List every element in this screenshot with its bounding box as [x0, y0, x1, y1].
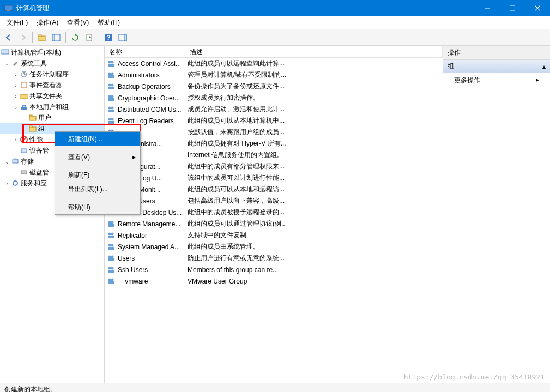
row-name: Backup Operators	[118, 83, 171, 91]
expand-icon[interactable]: ›	[3, 180, 11, 186]
collapse-icon[interactable]: ⌄	[12, 104, 20, 110]
tree-event-viewer[interactable]: ›事件查看器	[0, 80, 104, 91]
menu-view[interactable]: 查看(V)	[63, 17, 93, 28]
svg-point-86	[108, 255, 111, 258]
list-row[interactable]: Replicator支持域中的文件复制	[105, 230, 443, 241]
list-row[interactable]: Access Control Assi...此组的成员可以远程查询此计算...	[105, 58, 443, 69]
disk-icon	[20, 168, 28, 177]
menu-file[interactable]: 文件(F)	[2, 17, 32, 28]
list-body[interactable]: Access Control Assi...此组的成员可以远程查询此计算...A…	[105, 58, 443, 383]
menu-view[interactable]: 查看(V)▸	[55, 150, 140, 164]
list-row[interactable]: Remote Manageme...此组的成员可以通过管理协议(例...	[105, 218, 443, 230]
row-desc: 此组的成员可以从本地和远程访...	[185, 185, 443, 194]
row-desc: Members of this group can re...	[185, 266, 443, 274]
forward-button[interactable]	[16, 31, 29, 44]
list-row[interactable]: mance Monit...此组的成员可以从本地和远程访...	[105, 184, 443, 195]
svg-point-78	[111, 221, 114, 224]
svg-rect-79	[108, 224, 114, 227]
list-row[interactable]: Power Users包括高级用户以向下兼容，高级...	[105, 195, 443, 207]
svg-rect-7	[39, 35, 41, 37]
svg-point-38	[108, 72, 111, 75]
col-name[interactable]: 名称	[105, 46, 185, 57]
menu-help[interactable]: 帮助(H)	[55, 200, 140, 214]
window-title: 计算机管理	[16, 4, 475, 13]
svg-point-47	[108, 106, 111, 109]
row-name: Event Log Readers	[118, 117, 174, 125]
expand-icon[interactable]: ›	[12, 137, 20, 143]
list-row[interactable]: System Managed A...此组的成员由系统管理。	[105, 241, 443, 252]
list-row[interactable]: -V Administra...此组的成员拥有对 Hyper-V 所有...	[105, 138, 443, 149]
col-desc[interactable]: 描述	[185, 46, 443, 57]
menu-export-list[interactable]: 导出列表(L)...	[55, 182, 140, 196]
svg-point-22	[24, 105, 26, 107]
list-row[interactable]: Distributed COM Us...成员允许启动、激活和使用此计...	[105, 104, 443, 115]
svg-rect-19	[21, 82, 27, 88]
actions-group-header[interactable]: 组 ▴	[443, 60, 550, 73]
svg-point-48	[111, 106, 114, 109]
group-icon	[107, 59, 116, 68]
row-desc: 防止用户进行有意或无意的系统...	[185, 254, 443, 263]
menu-refresh[interactable]: 刷新(F)	[55, 168, 140, 182]
menu-help[interactable]: 帮助(H)	[93, 17, 124, 28]
expand-icon[interactable]: ›	[12, 71, 20, 77]
up-button[interactable]	[35, 31, 49, 44]
tree-system-tools[interactable]: ⌄系统工具	[0, 58, 104, 69]
list-row[interactable]: Event Log Readers此组的成员可以从本地计算机中...	[105, 115, 443, 126]
row-desc: 此组中的成员被授予远程登录的...	[185, 208, 443, 217]
list-row[interactable]: 按默认值，来宾跟用户组的成员...	[105, 126, 443, 138]
context-menu: 新建组(N)... 查看(V)▸ 刷新(F) 导出列表(L)... 帮助(H)	[55, 131, 141, 215]
list-row[interactable]: SRSInternet 信息服务使用的内置组。	[105, 149, 443, 161]
menu-action[interactable]: 操作(A)	[32, 17, 63, 28]
services-icon	[11, 179, 20, 188]
close-button[interactable]	[525, 0, 550, 16]
svg-rect-27	[29, 126, 32, 128]
list-row[interactable]: Backup Operators备份操作员为了备份或还原文件...	[105, 81, 443, 92]
row-name: Cryptographic Oper...	[118, 94, 180, 102]
help-button[interactable]: ?	[102, 31, 115, 44]
row-name: Distributed COM Us...	[118, 106, 182, 113]
collapse-icon[interactable]: ⌄	[3, 61, 11, 67]
tree-users[interactable]: 用户	[0, 112, 104, 123]
refresh-button[interactable]	[69, 31, 82, 44]
svg-point-21	[22, 105, 24, 107]
actions-more[interactable]: 更多操作 ▸	[443, 73, 550, 88]
list-row[interactable]: Administrators管理员对计算机/域有不受限制的...	[105, 69, 443, 81]
show-hide-tree-button[interactable]	[50, 31, 63, 44]
tree-task-scheduler[interactable]: ›任务计划程序	[0, 69, 104, 80]
group-icon	[107, 277, 116, 286]
svg-rect-14	[124, 34, 126, 41]
back-button[interactable]	[2, 31, 15, 44]
tree-shared-folders[interactable]: ›共享文件夹	[0, 91, 104, 101]
list-row[interactable]: Users防止用户进行有意或无意的系统...	[105, 252, 443, 264]
svg-point-89	[108, 267, 111, 269]
collapse-icon[interactable]: ⌄	[3, 159, 11, 165]
row-desc: 备份操作员为了备份或还原文件...	[185, 82, 443, 91]
row-desc: 此组的成员可以从本地计算机中...	[185, 116, 443, 125]
tree-root[interactable]: 计算机管理(本地)	[0, 47, 104, 58]
maximize-button[interactable]	[500, 0, 525, 16]
storage-icon	[11, 157, 20, 166]
minimize-button[interactable]	[475, 0, 500, 16]
folder-icon	[28, 113, 37, 122]
group-icon	[107, 82, 116, 91]
expand-icon[interactable]: ›	[12, 82, 20, 88]
list-row[interactable]: __vmware__VMware User Group	[105, 275, 443, 287]
list-row[interactable]: Cryptographic Oper...授权成员执行加密操作。	[105, 92, 443, 104]
shared-folder-icon	[20, 92, 28, 100]
list-row[interactable]: Remote Desktop Us...此组中的成员被授予远程登录的...	[105, 207, 443, 218]
export-button[interactable]	[83, 31, 96, 44]
svg-rect-3	[510, 5, 515, 11]
expand-icon[interactable]: ›	[12, 93, 20, 99]
list-row[interactable]: rk Configurat...此组中的成员有部分管理权限来...	[105, 161, 443, 172]
list-row[interactable]: mance Log U...该组中的成员可以计划进行性能...	[105, 172, 443, 184]
list-row[interactable]: Ssh UsersMembers of this group can re...	[105, 264, 443, 275]
toolbar: ?	[0, 29, 550, 46]
menu-new-group[interactable]: 新建组(N)...	[55, 132, 140, 146]
actions-more-label: 更多操作	[454, 76, 480, 85]
actions-pane-button[interactable]	[116, 31, 129, 44]
svg-point-50	[108, 118, 111, 120]
tree-local-users-groups[interactable]: ⌄本地用户和组	[0, 101, 104, 112]
computer-mgmt-icon	[4, 4, 13, 13]
row-name: Ssh Users	[118, 266, 148, 274]
row-desc: 该组中的成员可以计划进行性能...	[185, 173, 443, 183]
